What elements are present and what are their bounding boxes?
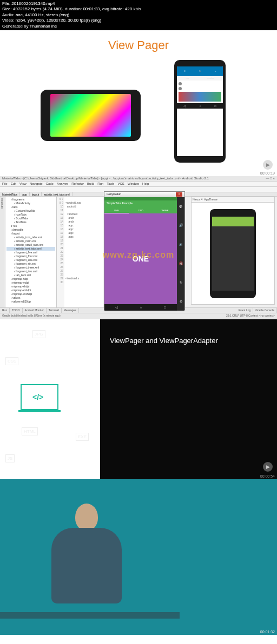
rotate-icon[interactable]: ↻ xyxy=(180,280,182,284)
tab-three[interactable]: THREE xyxy=(153,208,177,213)
menu-run[interactable]: Run xyxy=(97,182,103,186)
left-gutter[interactable]: Structure xyxy=(0,197,5,310)
tree-item[interactable]: › activity_scroll_tabs.xml xyxy=(6,243,55,247)
back-icon[interactable]: ◁ xyxy=(115,305,118,309)
menu-build[interactable]: Build xyxy=(87,182,94,186)
menu-help[interactable]: Help xyxy=(142,182,149,186)
phone-landscape-mockup xyxy=(41,90,141,141)
power-icon[interactable]: ⏻ xyxy=(179,205,182,208)
menu-vcs[interactable]: VCS xyxy=(117,182,124,186)
tab-run[interactable]: Run xyxy=(0,308,10,313)
home-icon[interactable]: ○ xyxy=(140,306,142,309)
code-content[interactable]: <android.sup android <android andr andr … xyxy=(64,197,82,310)
tab-terminal[interactable]: Terminal xyxy=(47,308,62,313)
android-nav-bar[interactable]: ◁ ○ □ xyxy=(104,304,177,311)
slide-view-pager: View Pager ☰ 🔍 ✎ Home Connections ◁ ○ □ xyxy=(0,30,277,176)
linkedin-header: ☰ 🔍 ✎ xyxy=(177,66,223,76)
tree-item[interactable]: › mipmap-mdpi xyxy=(6,281,55,285)
html-icon: HTML xyxy=(22,427,38,435)
tab-event-log[interactable]: Event Log xyxy=(236,308,254,313)
tree-item[interactable]: › activity_text_tabs.xml xyxy=(6,247,55,251)
menu-analyze[interactable]: Analyze xyxy=(57,182,68,186)
menu-code[interactable]: Code xyxy=(46,182,54,186)
forward-button[interactable]: ▶ xyxy=(263,462,273,472)
tree-item[interactable]: › activity_icon_tabs.xml xyxy=(6,236,55,239)
tree-item[interactable]: › drawable xyxy=(6,228,55,232)
tree-item[interactable]: › IconTabs xyxy=(6,213,55,217)
tree-item[interactable]: › values-w820dp xyxy=(6,300,55,304)
mute-icon[interactable]: 🔇 xyxy=(179,261,183,265)
code-editor[interactable]: 6 7 8 9 10 11 12 13 14 15 16 17 18 19 20… xyxy=(57,197,103,310)
project-tree[interactable]: › fragments› MainActivity› tabs› CustomV… xyxy=(5,197,57,310)
meta-video: Video: h264, yuv420p, 1280x720, 30.00 fp… xyxy=(2,18,275,23)
meta-file: File: 20160526191340.mp4 xyxy=(2,1,275,6)
slide-content: ViewPager and ViewPagerAdapter xyxy=(100,319,277,479)
close-icon[interactable]: × xyxy=(176,192,182,197)
code-icon: </> xyxy=(32,393,43,401)
tree-item[interactable]: › fragment_four.xml xyxy=(6,254,55,258)
compose-icon: ✎ xyxy=(215,70,216,72)
emulator-sidebar[interactable]: ⏻ 🔊 🔉 🔇 ↻ ⚙ xyxy=(177,197,184,311)
recent-icon[interactable]: □ xyxy=(164,306,166,309)
layout-preview[interactable]: Nexus 4 AppTheme xyxy=(191,197,275,305)
tree-item[interactable]: › tabs xyxy=(6,205,55,209)
slide-title: ViewPager and ViewPagerAdapter xyxy=(110,337,267,345)
preview-app-bar xyxy=(212,217,254,226)
menu-view[interactable]: View xyxy=(19,182,27,186)
tree-item[interactable]: ▾ res xyxy=(6,224,55,228)
tree-item[interactable]: › layout xyxy=(6,232,55,236)
tree-item[interactable]: › MainActivity xyxy=(6,202,55,205)
window-controls[interactable]: — □ × xyxy=(266,177,275,180)
tab-one[interactable]: ONE xyxy=(104,208,129,213)
tab-two[interactable]: TWO xyxy=(129,208,153,213)
volume-down-icon[interactable]: 🔉 xyxy=(179,242,183,246)
tree-item[interactable]: › tab_item.xml xyxy=(6,273,55,277)
settings-icon[interactable]: ⚙ xyxy=(180,299,182,303)
theme-selector[interactable]: AppTheme xyxy=(204,198,217,202)
tree-item[interactable]: › fragments xyxy=(6,198,55,202)
linkedin-tabs: Home Connections xyxy=(177,76,223,81)
slide-title: View Pager xyxy=(0,38,277,52)
tree-item[interactable]: › fragment_one.xml xyxy=(6,258,55,262)
menu-window[interactable]: Window xyxy=(128,182,139,186)
tree-item[interactable]: › fragment_three.xml xyxy=(6,266,55,270)
status-bar: Gradle build finished in 8s 875ms (a min… xyxy=(0,313,277,319)
menu-tools[interactable]: Tools xyxy=(107,182,114,186)
volume-up-icon[interactable]: 🔊 xyxy=(179,223,183,227)
menu-file[interactable]: File xyxy=(2,182,8,186)
tab-todo[interactable]: TODO xyxy=(10,308,22,313)
timestamp: 00:00:54 xyxy=(260,474,275,478)
tab-bar[interactable]: ONE TWO THREE xyxy=(104,208,177,213)
tab-messages[interactable]: Messages xyxy=(62,308,79,313)
android-nav-bar: ◁ ○ □ xyxy=(177,103,223,109)
menu-bar[interactable]: File Edit View Navigate Code Analyze Ref… xyxy=(0,182,277,187)
tree-item[interactable]: › mipmap-hdpi xyxy=(6,277,55,281)
desk xyxy=(0,612,180,619)
tree-item[interactable]: › activity_main.xml xyxy=(6,239,55,243)
menu-edit[interactable]: Edit xyxy=(11,182,16,186)
exe-icon: EXE xyxy=(76,433,89,441)
preview-toolbar[interactable]: Nexus 4 AppTheme xyxy=(192,197,274,203)
tree-item[interactable]: › values xyxy=(6,296,55,300)
tree-item[interactable]: › fragment_two.xml xyxy=(6,270,55,273)
menu-refactor[interactable]: Refactor xyxy=(71,182,84,186)
tree-item[interactable]: › mipmap-xhdpi xyxy=(6,285,55,289)
forward-button[interactable]: ▶ xyxy=(263,160,273,170)
tree-item[interactable]: › CustomViewTab xyxy=(6,209,55,213)
tree-item[interactable]: › mipmap-xxxhdpi xyxy=(6,292,55,296)
tree-item[interactable]: › fragment_six.xml xyxy=(6,262,55,266)
tree-item[interactable]: › TextTabs xyxy=(6,220,55,224)
phone-portrait-mockup: ☰ 🔍 ✎ Home Connections ◁ ○ □ xyxy=(174,60,226,163)
emulator-titlebar[interactable]: Genymotion × xyxy=(104,192,184,197)
tree-item[interactable]: › mipmap-xxhdpi xyxy=(6,289,55,292)
tree-item[interactable]: › ScrollTabs xyxy=(6,217,55,220)
linkedin-feed xyxy=(177,81,223,103)
tree-item[interactable]: › fragment_five.xml xyxy=(6,251,55,254)
device-selector[interactable]: Nexus 4 xyxy=(193,198,202,202)
tab-android-monitor[interactable]: Android Monitor xyxy=(23,308,47,313)
slide-viewpager-adapter: JPG CSS HTML EXE JS </> ViewPager and Vi… xyxy=(0,319,277,479)
menu-navigate[interactable]: Navigate xyxy=(30,182,43,186)
tab-gradle-console[interactable]: Gradle Console xyxy=(253,308,277,313)
home-icon: ○ xyxy=(199,104,201,108)
preview-device xyxy=(210,209,256,298)
